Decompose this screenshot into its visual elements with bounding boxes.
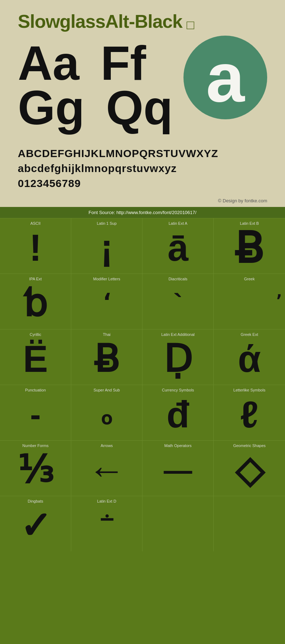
cell-arrows: Arrows ← — [71, 441, 142, 496]
glyph-ff: Ff — [101, 39, 146, 87]
char-letterlike: ℓ — [240, 392, 258, 437]
char-modletters: ʻ — [103, 281, 111, 326]
glyph-gg: Gg — [18, 84, 84, 132]
showcase-row-6: Dingbats ✓ Latin Ext D ꜙ — [0, 496, 285, 551]
char-punctuation: ‐ — [30, 392, 41, 437]
label-mathoperators: Math Operators — [146, 443, 210, 448]
char-greek: ʼ — [276, 281, 281, 322]
label-diacriticals: Diacriticals — [146, 276, 210, 281]
cell-empty-2 — [214, 496, 285, 551]
glyph-aa: Aa — [18, 39, 79, 87]
label-latinextadd: Latin Ext Additional — [146, 332, 210, 337]
label-latinexta: Latin Ext A — [146, 220, 210, 225]
showcase-row-3: Cyrillic Ё Thai Ƀ Latin Ext Additional Ḍ… — [0, 329, 285, 385]
cell-latinexta: Latin Ext A ā — [142, 218, 214, 274]
label-thai: Thai — [75, 332, 139, 337]
char-currency: đ — [166, 392, 189, 437]
char-latinextb: Ƀ — [235, 225, 264, 270]
cell-ascii: ASCII ! — [0, 218, 71, 274]
cell-dingbats: Dingbats ✓ — [0, 496, 71, 551]
char-latinexta: ā — [167, 225, 188, 270]
char-cyrillic: Ё — [23, 337, 48, 381]
label-latin1sup: Latin 1 Sup — [75, 220, 139, 225]
cell-geometric: Geometric Shapes ◇ — [214, 441, 285, 496]
char-geometric: ◇ — [235, 448, 264, 492]
font-source-bar: Font Source: http://www.fontke.com/font/… — [0, 207, 285, 218]
label-ascii: ASCII — [4, 220, 67, 225]
label-geometric: Geometric Shapes — [217, 443, 281, 448]
cell-superandsub: Super And Sub ₒ — [71, 385, 142, 440]
cell-empty-1 — [142, 496, 214, 551]
char-latinextd: ꜙ — [100, 503, 113, 548]
showcase-row-5: Number Forms ⅓ Arrows ← Math Operators —… — [0, 440, 285, 496]
glyph-display-area: Aa Ff Gg Qq a — [18, 39, 267, 135]
big-a-char: a — [206, 43, 244, 112]
cell-latinextadd: Latin Ext Additional Ḍ — [142, 329, 214, 385]
label-greek: Greek — [217, 276, 281, 281]
cell-letterlike: Letterlike Symbols ℓ — [214, 385, 285, 440]
char-superandsub: ₒ — [101, 392, 113, 437]
glyph-qq: Qq — [106, 84, 172, 132]
label-numberforms: Number Forms — [4, 443, 67, 448]
cell-ipaext: IPA Ext ƅ — [0, 274, 71, 329]
showcase-row-4: Punctuation ‐ Super And Sub ₒ Currency S… — [0, 385, 285, 440]
cell-thai: Thai Ƀ — [71, 329, 142, 385]
font-source-url: http://www.fontke.com/font/202010617/ — [116, 210, 197, 215]
label-empty-2 — [217, 498, 281, 499]
alphabet-uppercase: ABCDEFGHIJKLMNOPQRSTUVWXYZ — [18, 146, 267, 161]
showcase-row-2: IPA Ext ƅ Modifier Letters ʻ Diacritical… — [0, 274, 285, 329]
label-modletters: Modifier Letters — [75, 276, 139, 281]
glyph-showcase-grid: ASCII ! Latin 1 Sup ¡ Latin Ext A ā Lati… — [0, 218, 285, 551]
label-greekext: Greek Ext — [217, 332, 281, 337]
font-title: SlowglassAlt-Black — [18, 11, 182, 32]
char-thai: Ƀ — [94, 337, 120, 381]
label-currency: Currency Symbols — [146, 387, 210, 392]
credit-text: © Design by fontke.com — [18, 198, 267, 207]
font-title-container: SlowglassAlt-Black □ — [18, 11, 267, 39]
char-latinextadd: Ḍ — [164, 337, 192, 381]
char-numberforms: ⅓ — [17, 448, 54, 492]
cell-currency: Currency Symbols đ — [142, 385, 214, 440]
label-dingbats: Dingbats — [4, 498, 67, 503]
alphabet-lowercase: abcdefghijklmnopqrstuvwxyz — [18, 161, 267, 176]
label-punctuation: Punctuation — [4, 387, 67, 392]
cell-latinextb: Latin Ext B Ƀ — [214, 218, 285, 274]
big-a-circle: a — [183, 36, 267, 119]
char-dingbats: ✓ — [20, 503, 51, 548]
label-latinextd: Latin Ext D — [75, 498, 139, 503]
char-ascii: ! — [29, 225, 42, 270]
label-superandsub: Super And Sub — [75, 387, 139, 392]
label-letterlike: Letterlike Symbols — [217, 387, 281, 392]
char-greekext: ά — [238, 337, 261, 381]
cell-latin1sup: Latin 1 Sup ¡ — [71, 218, 142, 274]
alphabet-section: ABCDEFGHIJKLMNOPQRSTUVWXYZ abcdefghijklm… — [18, 146, 267, 194]
showcase-row-1: ASCII ! Latin 1 Sup ¡ Latin Ext A ā Lati… — [0, 218, 285, 274]
top-section: SlowglassAlt-Black □ Aa Ff Gg Qq a — [0, 0, 285, 218]
label-empty-1 — [146, 498, 210, 499]
alphabet-digits: 0123456789 — [18, 176, 267, 191]
cell-greek: Greek ʼ — [214, 274, 285, 329]
label-ipaext: IPA Ext — [4, 276, 67, 281]
cell-latinextd: Latin Ext D ꜙ — [71, 496, 142, 551]
cell-greekext: Greek Ext ά — [214, 329, 285, 385]
cell-mathoperators: Math Operators — — [142, 441, 214, 496]
label-arrows: Arrows — [75, 443, 139, 448]
cell-punctuation: Punctuation ‐ — [0, 385, 71, 440]
char-mathoperators: — — [164, 448, 192, 492]
char-latin1sup: ¡ — [100, 225, 113, 270]
cell-numberforms: Number Forms ⅓ — [0, 441, 71, 496]
title-icon: □ — [187, 17, 195, 32]
cell-cyrillic: Cyrillic Ё — [0, 329, 71, 385]
glyph-left: Aa Ff Gg Qq — [18, 39, 173, 132]
char-arrows: ← — [88, 448, 125, 492]
char-ipaext: ƅ — [24, 281, 47, 326]
label-cyrillic: Cyrillic — [4, 332, 67, 337]
cell-modletters: Modifier Letters ʻ — [71, 274, 142, 329]
char-diacriticals: ` — [173, 281, 182, 326]
font-source-label: Font Source: — [89, 210, 115, 215]
cell-diacriticals: Diacriticals ` — [142, 274, 214, 329]
